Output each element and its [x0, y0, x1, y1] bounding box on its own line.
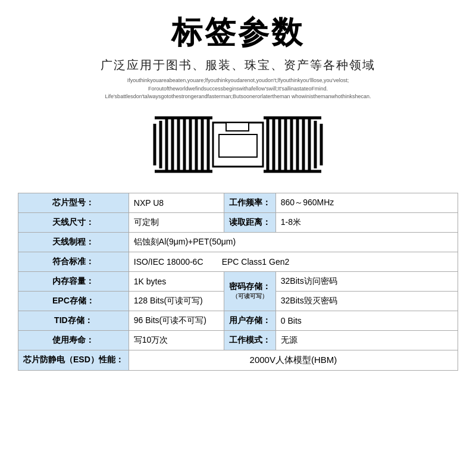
standard-value: ISO/IEC 18000-6C EPC Class1 Gen2	[129, 252, 458, 271]
esd-label: 芯片防静电（ESD）性能：	[18, 350, 129, 370]
work-mode-label: 工作模式：	[224, 330, 275, 350]
user-value: 0 Bits	[275, 311, 458, 330]
lifetime-value: 写10万次	[129, 330, 224, 350]
table-row: TID存储： 96 Bits(可读不可写) 用户存储： 0 Bits	[18, 311, 458, 330]
small-text: Ifyouthinkyouareabeaten,youare;lfyouthin…	[105, 77, 371, 101]
tid-label: TID存储：	[18, 311, 129, 330]
password-label: 密码存储： （可读可写）	[224, 271, 275, 311]
epc-value: 128 Bits(可读可写)	[129, 291, 224, 311]
read-dist-label: 读取距离：	[224, 212, 275, 232]
standard-label: 符合标准：	[18, 252, 129, 271]
antenna-process-label: 天线制程：	[18, 232, 129, 252]
rfid-icon	[149, 109, 327, 180]
memory-label: 内存容量：	[18, 271, 129, 291]
freq-label: 工作频率：	[224, 193, 275, 212]
lifetime-label: 使用寿命：	[18, 330, 129, 350]
svg-rect-12	[219, 134, 257, 157]
epc-label: EPC存储：	[18, 291, 129, 311]
antenna-size-value: 可定制	[129, 212, 224, 232]
table-row: 芯片型号： NXP U8 工作频率： 860～960MHz	[18, 193, 458, 212]
main-title: 标签参数	[171, 12, 305, 54]
antenna-size-label: 天线尺寸：	[18, 212, 129, 232]
chip-value: NXP U8	[129, 193, 224, 212]
table-row: 芯片防静电（ESD）性能： 2000V人体模型(HBM)	[18, 350, 458, 370]
password-value: 32Bits访问密码	[275, 271, 458, 291]
table-row: 使用寿命： 写10万次 工作模式： 无源	[18, 330, 458, 350]
memory-value: 1K bytes	[129, 271, 224, 291]
antenna-process-value: 铝蚀刻Al(9μm)+PET(50μm)	[129, 232, 458, 252]
page: 标签参数 广泛应用于图书、服装、珠宝、资产等各种领域 Ifyouthinkyou…	[0, 0, 476, 476]
esd-value: 2000V人体模型(HBM)	[129, 350, 458, 370]
chip-label: 芯片型号：	[18, 193, 129, 212]
svg-rect-11	[226, 123, 249, 131]
subtitle: 广泛应用于图书、服装、珠宝、资产等各种领域	[101, 57, 375, 73]
specs-table: 芯片型号： NXP U8 工作频率： 860～960MHz 天线尺寸： 可定制 …	[18, 193, 458, 371]
table-row: 符合标准： ISO/IEC 18000-6C EPC Class1 Gen2	[18, 252, 458, 271]
table-row: 天线制程： 铝蚀刻Al(9μm)+PET(50μm)	[18, 232, 458, 252]
freq-value: 860～960MHz	[275, 193, 458, 212]
table-row: 内存容量： 1K bytes 密码存储： （可读可写） 32Bits访问密码	[18, 271, 458, 291]
user-label: 用户存储：	[224, 311, 275, 330]
work-mode-value: 无源	[275, 330, 458, 350]
read-dist-value: 1-8米	[275, 212, 458, 232]
table-row: 天线尺寸： 可定制 读取距离： 1-8米	[18, 212, 458, 232]
password-value2: 32Bits毁灭密码	[275, 291, 458, 311]
rfid-image	[143, 106, 333, 183]
tid-value: 96 Bits(可读不可写)	[129, 311, 224, 330]
